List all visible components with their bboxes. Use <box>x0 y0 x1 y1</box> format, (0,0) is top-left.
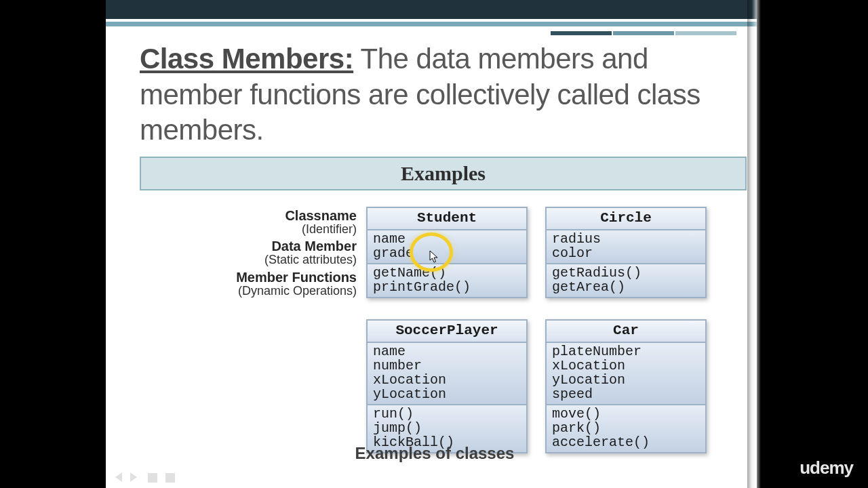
label-datamember: Data Member <box>140 239 357 253</box>
uml-soccer-name: SoccerPlayer <box>368 321 526 343</box>
nav-next-icon[interactable] <box>130 472 140 482</box>
uml-student-fns: getName() printGrade() <box>368 264 526 297</box>
nav-grid-icon[interactable] <box>165 473 175 483</box>
slide: Class Members: The data members and memb… <box>106 0 757 488</box>
uml-car-data: plateNumber xLocation yLocation speed <box>547 343 705 405</box>
uml-student-name: Student <box>368 208 526 230</box>
uml-soccer-data: name number xLocation yLocation <box>368 343 526 405</box>
examples-header: Examples <box>140 157 747 190</box>
row-labels: Classname (Identifier) Data Member (Stat… <box>140 208 357 301</box>
uml-circle: Circle radius color getRadius() getArea(… <box>545 207 707 298</box>
accent-bar-light <box>675 31 736 35</box>
uml-student: Student name grade getName() printGrade(… <box>366 207 528 298</box>
label-memberfns: Member Functions <box>140 270 357 285</box>
content-area: Class Members: The data members and memb… <box>106 26 757 464</box>
uml-circle-data: radius color <box>547 230 705 264</box>
uml-circle-fns: getRadius() getArea() <box>547 264 705 297</box>
diagram-area: Classname (Identifier) Data Member (Stat… <box>140 207 730 464</box>
slide-title: Class Members: The data members and memb… <box>140 41 730 148</box>
slide-nav <box>113 472 175 483</box>
thin-line <box>106 22 757 26</box>
label-datamember-sub: (Static attributes) <box>140 253 357 267</box>
uml-car: Car plateNumber xLocation yLocation spee… <box>545 319 707 453</box>
uml-row-1: Student name grade getName() printGrade(… <box>366 207 707 298</box>
uml-circle-name: Circle <box>547 208 705 230</box>
nav-prev-icon[interactable] <box>113 472 122 482</box>
uml-car-name: Car <box>547 321 705 343</box>
diagram-caption: Examples of classes <box>140 444 730 463</box>
uml-soccer: SoccerPlayer name number xLocation yLoca… <box>366 319 528 453</box>
accent-bars <box>551 31 736 35</box>
uml-row-2: SoccerPlayer name number xLocation yLoca… <box>366 319 707 453</box>
accent-bar-mid <box>613 31 674 35</box>
label-memberfns-sub: (Dynamic Operations) <box>140 285 357 298</box>
top-band <box>106 0 757 19</box>
uml-student-data: name grade <box>368 230 526 264</box>
label-classname-sub: (Identifier) <box>140 223 357 237</box>
title-strong: Class Members: <box>140 43 353 75</box>
accent-bar-dark <box>551 31 612 35</box>
nav-menu-icon[interactable] <box>148 473 157 483</box>
udemy-logo: udemy <box>800 458 853 479</box>
label-classname: Classname <box>140 208 357 223</box>
